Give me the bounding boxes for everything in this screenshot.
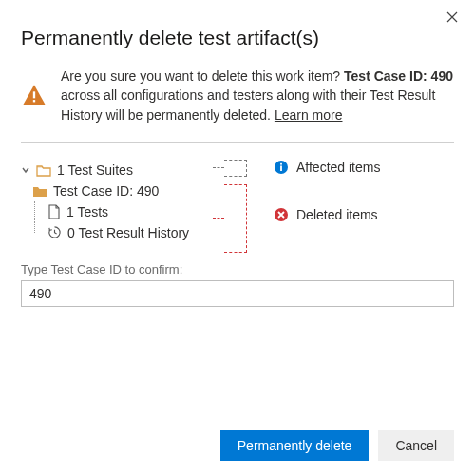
legend-affected: Affected items [274, 160, 454, 175]
warning-suffix: across all configurations and testers al… [61, 87, 435, 122]
warning-prefix: Are you sure you want to delete this wor… [61, 68, 344, 84]
separator [21, 142, 454, 143]
legend-label: Affected items [296, 160, 380, 175]
warning-bold: Test Case ID: 490 [344, 68, 453, 84]
artifact-tree: 1 Test Suites Test Case ID: 490 1 Tests [21, 160, 211, 243]
dialog-footer: Permanently delete Cancel [220, 430, 454, 461]
document-icon [48, 204, 61, 219]
warning-text: Are you sure you want to delete this wor… [61, 67, 454, 124]
tree-label: 0 Test Result History [67, 225, 189, 240]
tree-row-suites[interactable]: 1 Test Suites [21, 160, 211, 181]
chevron-down-icon [21, 165, 30, 175]
tree-row-case[interactable]: Test Case ID: 490 [21, 181, 211, 201]
bracket-deleted [224, 184, 247, 253]
history-icon [48, 225, 62, 239]
legend-label: Deleted items [296, 207, 378, 222]
svg-rect-1 [33, 101, 35, 103]
folder-icon [36, 163, 51, 177]
info-icon [274, 160, 289, 175]
error-icon [274, 207, 289, 222]
bracket-affected [224, 160, 247, 177]
tree-label: Test Case ID: 490 [53, 183, 159, 199]
tree-connector [34, 201, 35, 222]
folder-solid-icon [32, 184, 48, 198]
permanently-delete-button[interactable]: Permanently delete [220, 430, 370, 461]
legend: Affected items Deleted items [264, 160, 454, 243]
tree-connector [34, 222, 35, 233]
tree-label: 1 Tests [66, 204, 108, 219]
delete-artifacts-dialog: Permanently delete test artifact(s) Are … [0, 0, 475, 326]
confirm-label: Type Test Case ID to confirm: [21, 262, 454, 276]
warning-row: Are you sure you want to delete this wor… [21, 67, 454, 124]
artifact-summary: 1 Test Suites Test Case ID: 490 1 Tests [21, 160, 454, 243]
legend-deleted: Deleted items [274, 207, 454, 222]
tree-row-history[interactable]: 0 Test Result History [21, 222, 211, 243]
svg-rect-0 [33, 92, 35, 99]
tree-row-tests[interactable]: 1 Tests [21, 201, 211, 222]
close-button[interactable] [443, 8, 462, 27]
warning-icon [21, 68, 48, 124]
confirm-input[interactable] [21, 280, 454, 307]
close-icon [446, 11, 458, 23]
svg-rect-4 [280, 163, 282, 165]
learn-more-link[interactable]: Learn more [275, 107, 343, 123]
svg-rect-3 [280, 165, 282, 171]
dialog-title: Permanently delete test artifact(s) [21, 27, 454, 49]
tree-label: 1 Test Suites [57, 162, 133, 178]
brackets [218, 160, 256, 243]
cancel-button[interactable]: Cancel [378, 430, 454, 461]
